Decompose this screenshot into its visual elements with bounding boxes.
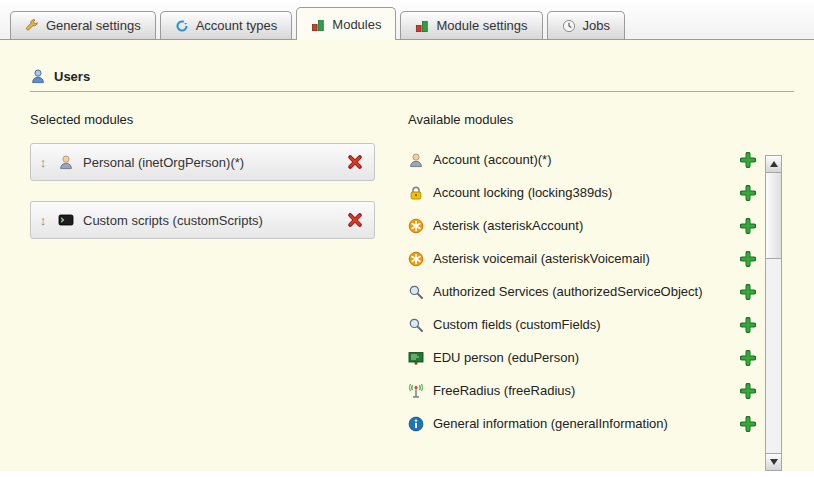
arrow-up-icon xyxy=(770,161,778,167)
magnifier-icon xyxy=(408,317,424,333)
available-module-row-freeradius: FreeRadius (freeRadius) xyxy=(408,374,758,407)
delete-x-icon xyxy=(347,154,363,170)
tab-modules[interactable]: Modules xyxy=(296,7,396,40)
magnifier-icon xyxy=(408,284,424,300)
add-module-button[interactable] xyxy=(738,348,758,368)
modules-icon xyxy=(311,18,325,32)
module-label: General information (generalInformation) xyxy=(433,416,668,431)
add-module-button[interactable] xyxy=(738,381,758,401)
arrow-down-icon xyxy=(770,459,778,465)
available-module-row-account: Account (account)(*) xyxy=(408,143,758,176)
remove-module-button[interactable] xyxy=(345,210,365,230)
selected-module-row-custom-scripts[interactable]: ↕ Custom scripts (customScripts) xyxy=(30,201,375,239)
scroll-up-button[interactable] xyxy=(766,156,781,173)
available-module-row-account-locking: Account locking (locking389ds) xyxy=(408,176,758,209)
modules-panel: Users Selected modules ↕ Personal (inetO… xyxy=(0,40,814,440)
add-module-button[interactable] xyxy=(738,282,758,302)
module-settings-icon xyxy=(415,19,429,33)
plus-icon xyxy=(740,218,756,234)
plus-icon xyxy=(740,383,756,399)
add-module-button[interactable] xyxy=(738,150,758,170)
scrollbar-thumb[interactable] xyxy=(766,173,781,259)
tab-label: Account types xyxy=(196,18,278,33)
plus-icon xyxy=(740,350,756,366)
drag-handle-icon[interactable]: ↕ xyxy=(37,156,49,169)
plus-icon xyxy=(740,317,756,333)
plus-icon xyxy=(740,152,756,168)
available-module-row-authorized-services: Authorized Services (authorizedServiceOb… xyxy=(408,275,758,308)
asterisk-icon xyxy=(408,251,424,267)
module-label: Personal (inetOrgPerson)(*) xyxy=(83,155,336,170)
module-label: EDU person (eduPerson) xyxy=(433,350,579,365)
asterisk-icon xyxy=(408,218,424,234)
plus-icon xyxy=(740,284,756,300)
scroll-down-button[interactable] xyxy=(766,453,781,470)
remove-module-button[interactable] xyxy=(345,152,365,172)
available-modules-heading: Available modules xyxy=(408,112,800,127)
available-module-row-asterisk: Asterisk (asteriskAccount) xyxy=(408,209,758,242)
account-types-icon xyxy=(175,19,189,33)
delete-x-icon xyxy=(347,212,363,228)
bottom-strip xyxy=(0,471,814,478)
tab-general-settings[interactable]: General settings xyxy=(10,11,156,39)
available-module-row-general-information: General information (generalInformation) xyxy=(408,407,758,440)
tab-label: Modules xyxy=(332,17,381,32)
plus-icon xyxy=(740,416,756,432)
tab-module-settings[interactable]: Module settings xyxy=(400,11,542,39)
lock-icon xyxy=(408,185,424,201)
available-module-row-edu-person: EDU person (eduPerson) xyxy=(408,341,758,374)
tab-jobs[interactable]: Jobs xyxy=(547,11,625,39)
module-label: FreeRadius (freeRadius) xyxy=(433,383,575,398)
antenna-icon xyxy=(408,383,424,399)
module-label: Custom scripts (customScripts) xyxy=(83,213,336,228)
tab-label: General settings xyxy=(46,18,141,33)
plus-icon xyxy=(740,185,756,201)
add-module-button[interactable] xyxy=(738,249,758,269)
add-module-button[interactable] xyxy=(738,216,758,236)
wrench-icon xyxy=(25,19,39,33)
users-section-header: Users xyxy=(30,68,794,92)
terminal-icon xyxy=(58,212,74,228)
clock-icon xyxy=(562,19,576,33)
available-module-row-custom-fields: Custom fields (customFields) xyxy=(408,308,758,341)
section-title: Users xyxy=(54,69,90,84)
add-module-button[interactable] xyxy=(738,183,758,203)
module-label: Account (account)(*) xyxy=(433,152,552,167)
plus-icon xyxy=(740,251,756,267)
module-label: Custom fields (customFields) xyxy=(433,317,601,332)
add-module-button[interactable] xyxy=(738,414,758,434)
available-module-row-asterisk-voicemail: Asterisk voicemail (asteriskVoicemail) xyxy=(408,242,758,275)
blackboard-icon xyxy=(408,350,424,366)
tab-label: Jobs xyxy=(583,18,610,33)
tab-account-types[interactable]: Account types xyxy=(160,11,293,39)
module-label: Asterisk voicemail (asteriskVoicemail) xyxy=(433,251,650,266)
person-icon xyxy=(58,154,74,170)
available-modules-scrollbar[interactable] xyxy=(765,155,782,471)
tab-bar: General settings Account types Modules M… xyxy=(0,0,814,40)
info-icon xyxy=(408,416,424,432)
drag-handle-icon[interactable]: ↕ xyxy=(37,214,49,227)
module-label: Asterisk (asteriskAccount) xyxy=(433,218,583,233)
module-label: Account locking (locking389ds) xyxy=(433,185,612,200)
module-label: Authorized Services (authorizedServiceOb… xyxy=(433,284,703,299)
add-module-button[interactable] xyxy=(738,315,758,335)
person-icon xyxy=(408,152,424,168)
selected-module-row-personal[interactable]: ↕ Personal (inetOrgPerson)(*) xyxy=(30,143,375,181)
selected-modules-heading: Selected modules xyxy=(30,112,408,127)
users-icon xyxy=(30,68,46,84)
tab-label: Module settings xyxy=(436,18,527,33)
